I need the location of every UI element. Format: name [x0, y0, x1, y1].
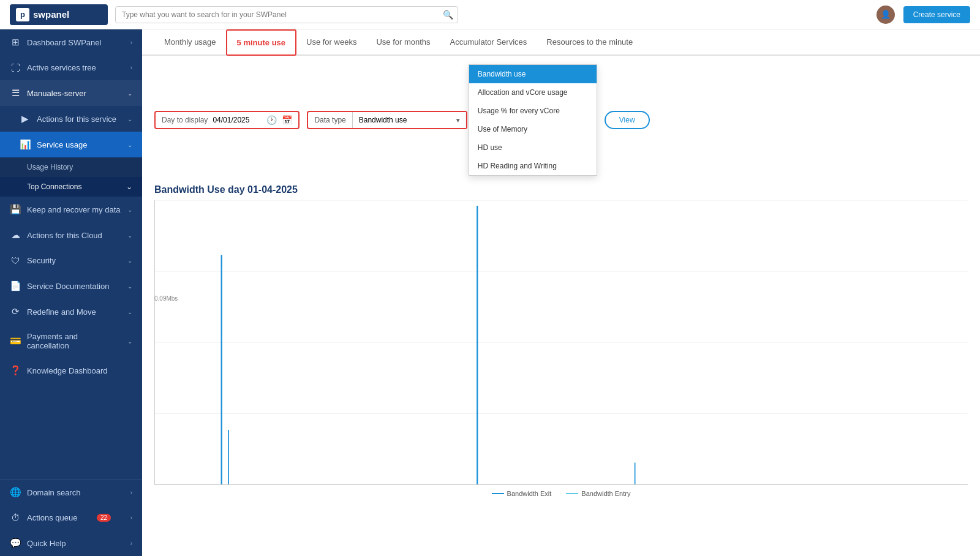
dropdown-item-memory[interactable]: Use of Memory	[469, 120, 597, 138]
legend-entry-label: Bandwidth Entry	[581, 490, 630, 497]
sidebar-bottom: 🌐 Domain search › ⏱ Actions queue 22 › 💬…	[0, 479, 142, 556]
sidebar-sub-item-top-connections[interactable]: Top Connections ⌄	[0, 177, 142, 197]
calendar-icon-button[interactable]: 📅	[282, 115, 292, 125]
topbar-right: 👤 Create service	[876, 6, 970, 24]
sidebar-item-label: Active services tree	[27, 63, 96, 72]
sidebar-item-label: Security	[27, 256, 56, 265]
sidebar-item-label: Manuales-server	[27, 89, 86, 98]
data-type-select-wrapper: Bandwidth use Allocation and vCore usage…	[352, 112, 466, 128]
sidebar-item-label: Knowledge Dashboard	[27, 366, 108, 375]
payment-icon: 💳	[10, 336, 21, 347]
controls-bar: Day to display 🕐 📅 Data type Bandwidth u…	[142, 56, 980, 184]
sidebar-item-active-services-tree[interactable]: ⛶ Active services tree ›	[0, 55, 142, 80]
sidebar-item-keep-recover[interactable]: 💾 Keep and recover my data ⌄	[0, 197, 142, 222]
sidebar-sub-usage: Usage History Top Connections ⌄	[0, 157, 142, 197]
dashboard-icon: ⊞	[10, 37, 21, 48]
top-connections-label: Top Connections	[27, 182, 81, 191]
legend-exit-label: Bandwidth Exit	[507, 490, 552, 497]
tab-resources[interactable]: Resources to the minute	[537, 30, 643, 55]
sidebar-item-security[interactable]: 🛡 Security ⌄	[0, 248, 142, 273]
actions-icon: ▶	[20, 113, 31, 124]
create-service-button[interactable]: Create service	[903, 6, 970, 23]
sidebar-item-actions-cloud[interactable]: ☁ Actions for this Cloud ⌄	[0, 222, 142, 248]
tab-monthly[interactable]: Monthly usage	[154, 30, 226, 55]
dropdown-item-usage-pct[interactable]: Usage % for every vCore	[469, 102, 597, 120]
clock-icon-button[interactable]: 🕐	[266, 115, 277, 125]
sidebar-item-redefine-move[interactable]: ⟳ Redefine and Move ⌄	[0, 299, 142, 325]
chevron-icon: ›	[130, 540, 132, 547]
tree-icon: ⛶	[10, 62, 21, 73]
logo-text: swpanel	[33, 9, 69, 20]
sidebar-item-label: Actions for this Cloud	[27, 231, 102, 240]
domain-icon: 🌐	[10, 487, 21, 498]
chevron-icon: ⌄	[127, 257, 132, 264]
legend-entry: Bandwidth Entry	[566, 490, 630, 497]
sidebar-item-knowledge[interactable]: ❓ Knowledge Dashboard	[0, 358, 142, 383]
chart-area: Bandwidth Use day 01-04-2025 0.09Mbs	[142, 184, 980, 556]
tab-months[interactable]: Use for months	[366, 30, 440, 55]
legend-entry-line	[566, 493, 578, 494]
queue-badge: 22	[97, 514, 111, 522]
sidebar-item-actions-queue[interactable]: ⏱ Actions queue 22 ›	[0, 505, 142, 530]
usage-icon: 📊	[20, 139, 31, 150]
sidebar-item-label: Dashboard SWPanel	[27, 38, 101, 47]
sidebar-item-label: Actions queue	[27, 513, 77, 522]
chevron-icon: ⌄	[126, 182, 132, 191]
search-icon: 🔍	[443, 10, 453, 20]
sidebar-item-label: Quick Help	[27, 539, 66, 548]
chevron-icon: ⌄	[127, 90, 132, 97]
chevron-icon: ⌄	[127, 309, 132, 315]
chevron-icon: ›	[130, 39, 132, 46]
sidebar: ⊞ Dashboard SWPanel › ⛶ Active services …	[0, 29, 142, 556]
server-icon: ☰	[10, 88, 21, 99]
dropdown-container: Bandwidth use Allocation and vCore usage…	[469, 64, 597, 176]
chevron-icon: ⌄	[127, 116, 132, 122]
day-input[interactable]	[213, 116, 262, 124]
dropdown-menu: Bandwidth use Allocation and vCore usage…	[469, 64, 597, 176]
dropdown-item-bandwidth[interactable]: Bandwidth use	[469, 65, 597, 83]
cloud-icon: ☁	[10, 230, 21, 241]
tab-weeks[interactable]: Use for weeks	[296, 30, 366, 55]
doc-icon: 📄	[10, 280, 21, 291]
logo: p swpanel	[10, 4, 108, 25]
sidebar-item-dashboard[interactable]: ⊞ Dashboard SWPanel ›	[0, 29, 142, 55]
day-display-group: Day to display 🕐 📅	[154, 111, 300, 129]
sidebar-item-service-usage[interactable]: 📊 Service usage ⌄	[0, 132, 142, 157]
redefine-icon: ⟳	[10, 306, 21, 317]
sidebar-sub-item-usage-history[interactable]: Usage History	[0, 157, 142, 177]
search-bar: 🔍	[115, 6, 458, 23]
dropdown-item-allocation[interactable]: Allocation and vCore usage	[469, 83, 597, 102]
data-type-group: Data type Bandwidth use Allocation and v…	[307, 111, 467, 129]
dropdown-item-hd-use[interactable]: HD use	[469, 138, 597, 157]
tab-accumulator[interactable]: Accumulator Services	[440, 30, 537, 55]
sidebar-item-label: Payments and cancellation	[27, 332, 121, 350]
recover-icon: 💾	[10, 204, 21, 215]
sidebar-item-label: Service usage	[37, 140, 87, 149]
chart-legend: Bandwidth Exit Bandwidth Entry	[154, 490, 968, 497]
chevron-icon: ⌄	[127, 141, 132, 148]
knowledge-icon: ❓	[10, 365, 21, 376]
content: Monthly usage 5 minute use Use for weeks…	[142, 29, 980, 556]
view-button[interactable]: View	[605, 111, 650, 129]
chart-y-label: 0.09Mbs	[154, 295, 178, 302]
sidebar-item-actions-service[interactable]: ▶ Actions for this service ⌄	[0, 106, 142, 132]
sidebar-item-service-doc[interactable]: 📄 Service Documentation ⌄	[0, 273, 142, 299]
chart-svg: 00:00 01:00 02:00 03:00 04:00 05:00 06:0…	[154, 200, 968, 485]
main-layout: ⊞ Dashboard SWPanel › ⛶ Active services …	[0, 29, 980, 556]
sidebar-item-payments[interactable]: 💳 Payments and cancellation ⌄	[0, 325, 142, 358]
sidebar-item-manuales-server[interactable]: ☰ Manuales-server ⌄	[0, 80, 142, 106]
dropdown-item-hd-rw[interactable]: HD Reading and Writing	[469, 157, 597, 175]
sidebar-item-label: Redefine and Move	[27, 307, 96, 317]
sidebar-item-quick-help[interactable]: 💬 Quick Help ›	[0, 530, 142, 556]
sidebar-item-label: Actions for this service	[37, 115, 116, 124]
topbar: p swpanel 🔍 👤 Create service	[0, 0, 980, 29]
help-icon: 💬	[10, 538, 21, 549]
chevron-icon: ⌄	[127, 232, 132, 239]
search-input[interactable]	[115, 6, 458, 23]
data-type-select[interactable]: Bandwidth use Allocation and vCore usage…	[352, 112, 466, 128]
day-label: Day to display	[162, 116, 208, 124]
sidebar-item-domain-search[interactable]: 🌐 Domain search ›	[0, 479, 142, 505]
queue-icon: ⏱	[10, 513, 21, 523]
tab-5min[interactable]: 5 minute use	[226, 29, 296, 56]
chevron-icon: ›	[130, 64, 132, 71]
